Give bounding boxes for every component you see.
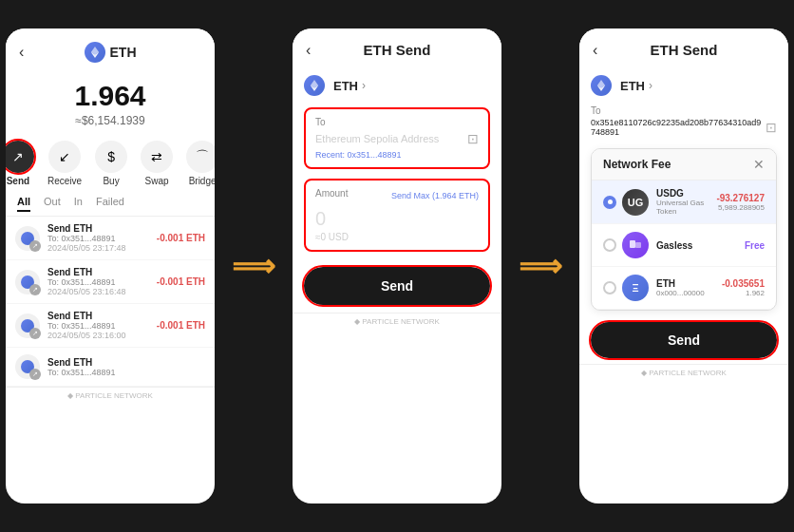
eth-fee-sub-amount: 1.962 bbox=[722, 289, 765, 297]
footer-text-p3: ◆ PARTICLE NETWORK bbox=[641, 369, 727, 377]
eth-logo-p3 bbox=[591, 75, 612, 96]
send-label: Send bbox=[7, 176, 29, 186]
tx-title: Send ETH bbox=[47, 267, 157, 277]
radio-empty-icon bbox=[603, 238, 616, 252]
eth-fee-amount: -0.035651 bbox=[722, 278, 765, 289]
send-button[interactable]: Send bbox=[304, 267, 490, 305]
fee-option-eth[interactable]: Ξ ETH 0x000...00000 -0.035651 1.962 bbox=[592, 267, 776, 310]
tx-to: To: 0x351...48891 bbox=[47, 234, 157, 243]
swap-action-btn[interactable]: ⇄ Swap bbox=[141, 141, 173, 186]
usdg-sub-amount: 5,989.288905 bbox=[716, 203, 765, 212]
eth-selector-row-p3: ETH › bbox=[579, 67, 788, 100]
bridge-action-btn[interactable]: ⌒ Bridge bbox=[186, 141, 215, 186]
gasless-info: Gasless bbox=[656, 240, 745, 251]
fee-option-gasless[interactable]: Gasless Free bbox=[592, 224, 776, 267]
receive-label: Receive bbox=[47, 176, 82, 186]
tx-info: Send ETH To: 0x351...48891 2024/05/05 23… bbox=[47, 311, 157, 340]
eth-fee-info: ETH 0x000...00000 bbox=[656, 278, 722, 297]
tx-date: 2024/05/05 23:16:48 bbox=[47, 287, 157, 296]
eth-logo-small bbox=[304, 75, 325, 96]
eth-selector-p3[interactable]: ETH › bbox=[591, 75, 652, 96]
tx-icon: ↗ bbox=[15, 270, 40, 294]
usdg-amounts: -93.276127 5,989.288905 bbox=[716, 193, 765, 212]
network-fee-title: ETH Send bbox=[651, 42, 718, 58]
tx-icon: ↗ bbox=[15, 226, 40, 251]
tx-amount: -0.001 ETH bbox=[157, 320, 205, 331]
transaction-list: ↗ Send ETH To: 0x351...48891 2024/05/05 … bbox=[6, 217, 215, 387]
tab-all[interactable]: All bbox=[17, 196, 30, 212]
amount-field-box: Amount Send Max (1.964 ETH) 0 ≈0 USD bbox=[304, 179, 490, 252]
panel-send-form: ‹ ETH Send ETH › To Ethereum Sepolia Add… bbox=[293, 28, 501, 504]
recent-address[interactable]: Recent: 0x351...48891 bbox=[315, 150, 479, 160]
tx-title: Send ETH bbox=[47, 311, 157, 321]
tabs-row: All Out In Failed bbox=[6, 192, 215, 217]
amount-header: Amount Send Max (1.964 ETH) bbox=[315, 188, 479, 202]
send-form-title: ETH Send bbox=[364, 42, 431, 58]
radio-selected-icon bbox=[603, 196, 616, 209]
tx-to: To: 0x351...48891 bbox=[47, 368, 205, 377]
back-button[interactable]: ‹ bbox=[306, 42, 311, 59]
receive-icon: ↙ bbox=[48, 141, 81, 173]
back-button[interactable]: ‹ bbox=[593, 42, 597, 59]
panel-network-fee: ‹ ETH Send ETH › To 0x351e8110726c92235a… bbox=[579, 28, 788, 504]
usdg-amount: -93.276127 bbox=[716, 193, 765, 203]
tx-amount: -0.001 ETH bbox=[157, 276, 205, 287]
radio-empty-icon-eth bbox=[603, 281, 616, 294]
table-row: ↗ Send ETH To: 0x351...48891 2024/05/05 … bbox=[6, 260, 215, 304]
to-section: To 0x351e8110726c92235ad208b77634310ad97… bbox=[579, 100, 788, 142]
to-placeholder[interactable]: Ethereum Sepolia Address bbox=[315, 133, 439, 144]
swap-icon: ⇄ bbox=[141, 141, 173, 173]
tx-arrow-badge: ↗ bbox=[29, 369, 41, 380]
send-max-button[interactable]: Send Max (1.964 ETH) bbox=[391, 191, 479, 200]
token-name: ETH bbox=[110, 45, 137, 60]
usdg-sub: Universal Gas Token bbox=[656, 199, 716, 216]
eth-selector-row: ETH › bbox=[293, 67, 501, 100]
fee-option-usdg[interactable]: UG USDG Universal Gas Token -93.276127 5… bbox=[592, 180, 776, 224]
tab-failed[interactable]: Failed bbox=[96, 196, 124, 212]
buy-action-btn[interactable]: $ Buy bbox=[95, 141, 127, 186]
send-action-btn[interactable]: ↗ Send bbox=[6, 141, 34, 186]
amount-value[interactable]: 0 bbox=[315, 206, 479, 232]
panel-footer: ◆ PARTICLE NETWORK bbox=[293, 313, 501, 330]
tab-out[interactable]: Out bbox=[44, 196, 61, 212]
tab-in[interactable]: In bbox=[74, 196, 83, 212]
eth-logo bbox=[85, 42, 105, 63]
eth-selector[interactable]: ETH › bbox=[304, 75, 366, 96]
selected-token-p3: ETH bbox=[620, 79, 645, 93]
footer-logo: ◆ PARTICLE NETWORK bbox=[67, 391, 153, 400]
to-field-box: To Ethereum Sepolia Address ⊡ Recent: 0x… bbox=[304, 107, 490, 169]
send-form-header: ‹ ETH Send bbox=[293, 28, 501, 67]
svg-rect-6 bbox=[630, 240, 635, 248]
tx-to: To: 0x351...48891 bbox=[47, 321, 157, 331]
gasless-amounts: Free bbox=[745, 240, 765, 251]
tx-arrow-badge: ↗ bbox=[29, 240, 41, 252]
to-address: 0x351e8110726c92235ad208b77634310ad97488… bbox=[591, 118, 777, 137]
receive-action-btn[interactable]: ↙ Receive bbox=[47, 141, 82, 186]
back-button[interactable]: ‹ bbox=[19, 44, 24, 61]
eth-fee-amounts: -0.035651 1.962 bbox=[722, 278, 765, 297]
buy-icon: $ bbox=[95, 141, 127, 173]
network-fee-box: Network Fee ✕ UG USDG Universal Gas Toke… bbox=[591, 148, 777, 311]
send-button-p3[interactable]: Send bbox=[591, 322, 777, 358]
forward-arrow-2: ⟹ bbox=[519, 248, 562, 284]
amount-label: Amount bbox=[315, 188, 348, 199]
main-container: ‹ ETH 1.964 ≈$6,154.1939 ↗ Send ↙ bbox=[0, 0, 794, 532]
gasless-amount: Free bbox=[745, 240, 765, 251]
usdg-info: USDG Universal Gas Token bbox=[656, 188, 716, 216]
address-text: 0x351e8110726c92235ad208b77634310ad97488… bbox=[591, 118, 762, 137]
network-fee-title-text: Network Fee bbox=[603, 158, 671, 171]
balance-section: 1.964 ≈$6,154.1939 bbox=[6, 72, 215, 131]
swap-label: Swap bbox=[145, 176, 169, 186]
gasless-logo bbox=[622, 232, 649, 258]
send-icon: ↗ bbox=[6, 141, 34, 173]
amount-usd: ≈0 USD bbox=[315, 232, 479, 242]
network-fee-header-row: Network Fee ✕ bbox=[592, 149, 776, 180]
chevron-right-icon: › bbox=[362, 79, 366, 92]
buy-label: Buy bbox=[103, 176, 119, 186]
scan-icon-p3[interactable]: ⊡ bbox=[766, 120, 777, 135]
scan-icon[interactable]: ⊡ bbox=[467, 131, 479, 146]
wallet-header: ‹ ETH bbox=[6, 28, 215, 72]
close-icon[interactable]: ✕ bbox=[753, 157, 765, 172]
tx-to: To: 0x351...48891 bbox=[47, 277, 157, 287]
gasless-name: Gasless bbox=[656, 240, 745, 251]
